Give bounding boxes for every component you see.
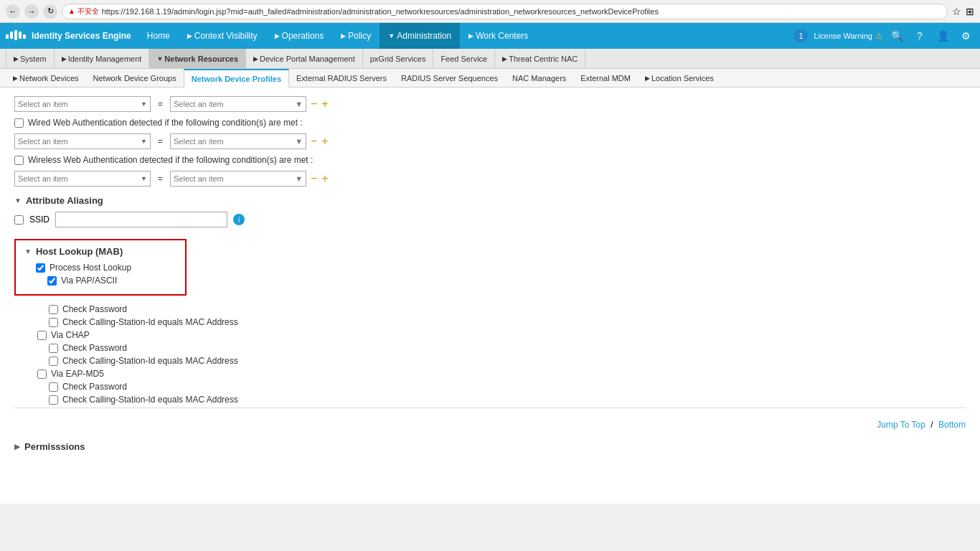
equals-sign: = bbox=[158, 99, 163, 109]
third-nav: ▶ Network Devices Network Device Groups … bbox=[0, 69, 980, 88]
cisco-logo: Identity Services Engine bbox=[6, 29, 131, 43]
tab-external-radius-servers[interactable]: External RADIUS Servers bbox=[289, 69, 394, 88]
user-icon[interactable]: 👤 bbox=[934, 27, 951, 44]
select-value-3[interactable]: Select an item ▼ bbox=[170, 171, 306, 187]
second-nav-device-portal[interactable]: ▶ Device Portal Management bbox=[246, 49, 363, 69]
wired-auth-checkbox[interactable] bbox=[14, 118, 24, 128]
check-password-2-checkbox[interactable] bbox=[49, 344, 58, 353]
forward-button[interactable]: → bbox=[24, 4, 39, 19]
nav-operations[interactable]: ▶ Operations bbox=[266, 23, 333, 49]
host-lookup-heading[interactable]: ▼ Host Lookup (MAB) bbox=[24, 246, 176, 257]
chevron-down-icon: ▼ bbox=[295, 100, 303, 108]
nav-work-centers[interactable]: ▶ Work Centers bbox=[460, 23, 537, 49]
settings-icon[interactable]: ⚙ bbox=[957, 27, 974, 44]
add-condition-3-button[interactable]: + bbox=[321, 173, 328, 184]
nav-home[interactable]: Home bbox=[138, 23, 179, 49]
bookmark-icon[interactable]: ☆ bbox=[952, 6, 961, 17]
jump-top-link[interactable]: Jump To Top bbox=[877, 420, 925, 430]
nav-right: 1 License Warning ⚠ 🔍 ? 👤 ⚙ bbox=[793, 27, 974, 44]
check-password-2-label: Check Password bbox=[62, 343, 127, 353]
check-calling-station-2-checkbox[interactable] bbox=[49, 357, 58, 366]
ssid-checkbox[interactable] bbox=[14, 215, 24, 225]
second-nav-system[interactable]: ▶ System bbox=[6, 49, 55, 69]
wireless-auth-row: Wireless Web Authentication detected if … bbox=[14, 155, 966, 165]
tab-nac-managers[interactable]: NAC Managers bbox=[505, 69, 573, 88]
wired-auth-label: Wired Web Authentication detected if the… bbox=[28, 118, 303, 128]
address-bar[interactable]: ▲ 不安全 https://192.168.1.19/admin/login.j… bbox=[62, 4, 948, 19]
security-warning: ▲ 不安全 bbox=[68, 6, 99, 17]
chevron-down-icon: ▼ bbox=[141, 138, 147, 145]
select-value-2[interactable]: Select an item ▼ bbox=[170, 133, 306, 149]
tab-network-device-groups[interactable]: Network Device Groups bbox=[86, 69, 184, 88]
check-password-1-checkbox[interactable] bbox=[49, 305, 58, 314]
process-host-lookup-checkbox[interactable] bbox=[36, 263, 45, 273]
second-nav-feed-service[interactable]: Feed Service bbox=[433, 49, 495, 69]
check-calling-station-2-row: Check Calling-Station-Id equals MAC Addr… bbox=[14, 356, 966, 366]
check-calling-station-3-checkbox[interactable] bbox=[49, 395, 58, 405]
extensions-icon[interactable]: ⊞ bbox=[966, 6, 974, 17]
via-chap-row: Via CHAP bbox=[14, 330, 966, 340]
jump-links: Jump To Top / Bottom bbox=[14, 414, 966, 435]
chevron-down-icon: ▼ bbox=[141, 100, 147, 108]
check-password-1-row: Check Password bbox=[14, 304, 966, 314]
tab-external-mdm[interactable]: External MDM bbox=[573, 69, 638, 88]
svg-rect-0 bbox=[6, 34, 9, 39]
main-content: Select an item ▼ = Select an item ▼ − + … bbox=[0, 88, 980, 504]
notification-badge[interactable]: 1 bbox=[793, 29, 808, 43]
arrow-icon: ▶ bbox=[253, 55, 258, 62]
jump-bottom-link[interactable]: Bottom bbox=[938, 420, 966, 430]
check-password-3-row: Check Password bbox=[14, 382, 966, 392]
add-condition-2-button[interactable]: + bbox=[321, 136, 328, 147]
nav-arrow-icon: ▶ bbox=[341, 32, 346, 39]
second-nav-network-resources[interactable]: ▼ Network Resources bbox=[149, 49, 246, 69]
collapse-triangle-icon: ▼ bbox=[14, 197, 22, 204]
permissions-section[interactable]: ▶ Permisssions bbox=[14, 441, 966, 452]
nav-arrow-icon: ▶ bbox=[187, 32, 192, 39]
warning-icon: ⚠ bbox=[875, 32, 882, 41]
select-item-2[interactable]: Select an item ▼ bbox=[14, 133, 151, 149]
chevron-down-icon: ▼ bbox=[295, 137, 303, 146]
arrow-icon: ▶ bbox=[645, 75, 650, 82]
check-calling-station-1-label: Check Calling-Station-Id equals MAC Addr… bbox=[62, 317, 238, 327]
remove-condition-1-button[interactable]: − bbox=[311, 98, 317, 110]
divider bbox=[14, 408, 966, 408]
cisco-svg-icon bbox=[6, 29, 27, 43]
via-eap-md5-checkbox[interactable] bbox=[37, 369, 47, 379]
tab-network-device-profiles[interactable]: Network Device Profiles bbox=[184, 69, 289, 88]
help-icon[interactable]: ? bbox=[911, 27, 928, 44]
ssid-input[interactable] bbox=[55, 212, 227, 227]
select-item-1[interactable]: Select an item ▼ bbox=[14, 96, 151, 112]
license-warning[interactable]: License Warning ⚠ bbox=[814, 32, 882, 41]
remove-condition-2-button[interactable]: − bbox=[311, 136, 317, 147]
ssid-info-icon[interactable]: i bbox=[233, 214, 245, 225]
via-eap-md5-row: Via EAP-MD5 bbox=[14, 369, 966, 379]
attribute-aliasing-heading[interactable]: ▼ Attribute Aliasing bbox=[14, 195, 966, 206]
via-pap-ascii-checkbox[interactable] bbox=[47, 276, 57, 286]
second-nav-pxgrid[interactable]: pxGrid Services bbox=[363, 49, 434, 69]
add-condition-1-button[interactable]: + bbox=[321, 98, 328, 110]
tab-radius-server-sequences[interactable]: RADIUS Server Sequences bbox=[394, 69, 505, 88]
second-nav: ▶ System ▶ Identity Management ▼ Network… bbox=[0, 49, 980, 69]
check-password-3-checkbox[interactable] bbox=[49, 382, 58, 392]
url-text: https://192.168.1.19/admin/login.jsp?mid… bbox=[102, 7, 659, 16]
check-calling-station-1-checkbox[interactable] bbox=[49, 318, 58, 327]
remove-condition-3-button[interactable]: − bbox=[311, 173, 317, 184]
form-row-1: Select an item ▼ = Select an item ▼ − + bbox=[14, 96, 966, 112]
nav-policy[interactable]: ▶ Policy bbox=[332, 23, 380, 49]
form-row-2: Select an item ▼ = Select an item ▼ − + bbox=[14, 133, 966, 149]
second-nav-threat-centric[interactable]: ▶ Threat Centric NAC bbox=[495, 49, 585, 69]
nav-administration[interactable]: ▼ Administration bbox=[380, 23, 460, 49]
tab-location-services[interactable]: ▶ Location Services bbox=[638, 69, 721, 88]
second-nav-identity-management[interactable]: ▶ Identity Management bbox=[55, 49, 150, 69]
tab-network-devices[interactable]: ▶ Network Devices bbox=[6, 69, 86, 88]
wireless-auth-checkbox[interactable] bbox=[14, 156, 24, 165]
nav-context-visibility[interactable]: ▶ Context Visibility bbox=[179, 23, 266, 49]
search-icon[interactable]: 🔍 bbox=[888, 27, 905, 44]
via-chap-checkbox[interactable] bbox=[37, 331, 47, 340]
check-calling-station-3-row: Check Calling-Station-Id equals MAC Addr… bbox=[14, 395, 966, 405]
back-button[interactable]: ← bbox=[6, 4, 20, 19]
refresh-button[interactable]: ↻ bbox=[43, 4, 57, 19]
expand-triangle-icon: ▶ bbox=[14, 443, 20, 451]
select-item-3[interactable]: Select an item ▼ bbox=[14, 171, 151, 187]
select-value-1[interactable]: Select an item ▼ bbox=[170, 96, 306, 112]
